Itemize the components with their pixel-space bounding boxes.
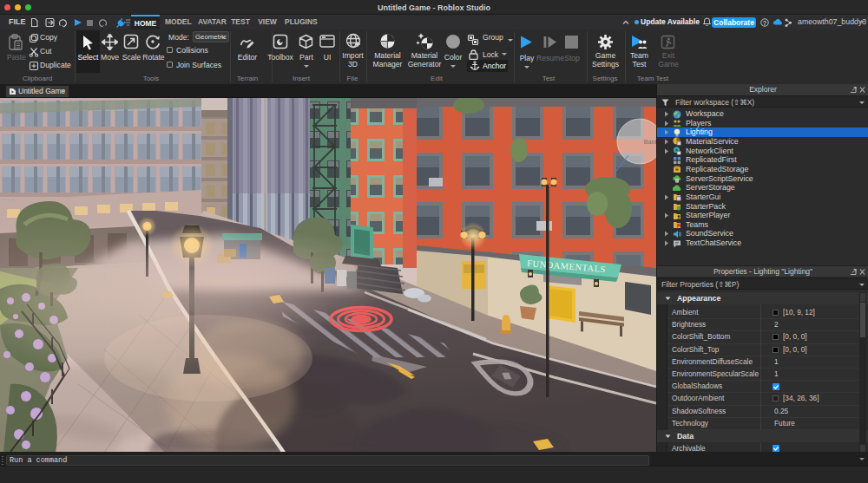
svg-text:?: ? bbox=[763, 20, 766, 26]
